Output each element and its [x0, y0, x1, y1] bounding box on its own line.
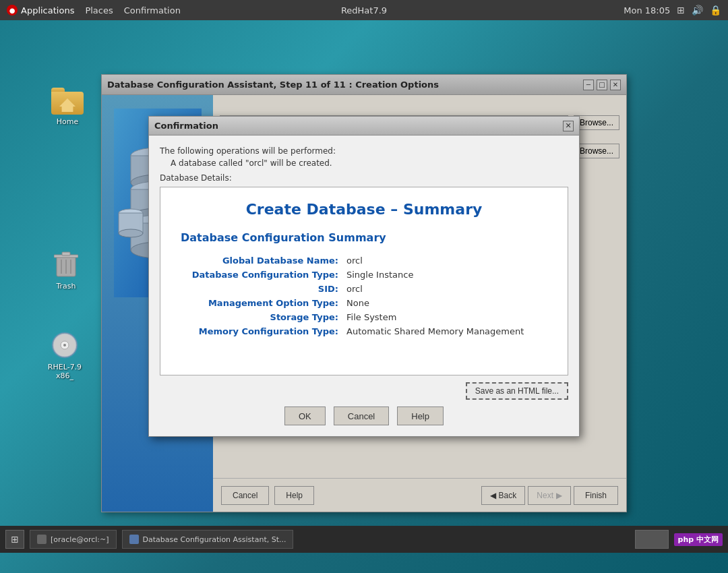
summary-table-row: SID:orcl	[181, 282, 547, 296]
lock-icon[interactable]: 🔒	[710, 5, 721, 16]
modal-action-row: OK Cancel Help	[160, 406, 568, 425]
disc-graphic	[50, 330, 80, 360]
menubar-title: RedHat7.9	[341, 5, 387, 16]
summary-field-value: File System	[342, 310, 547, 324]
home-folder-icon[interactable]: Home	[40, 88, 94, 126]
taskbar-preview[interactable]	[635, 530, 669, 549]
trash-graphic	[51, 249, 81, 279]
menubar-left: ● Applications Places Confirmation	[7, 5, 181, 16]
summary-field-value: Automatic Shared Memory Management	[342, 324, 547, 338]
modal-help-btn[interactable]: Help	[397, 406, 444, 425]
home-icon-label: Home	[57, 117, 78, 126]
summary-field-value: Single Instance	[342, 268, 547, 282]
summary-field-value: orcl	[342, 253, 547, 268]
trash-icon-label: Trash	[56, 282, 75, 291]
summary-field-label: Storage Type:	[181, 310, 342, 324]
taskbar-desktop-icon[interactable]: ⊞	[5, 530, 24, 549]
rhel-icon-label: RHEL-7.9x86_	[48, 363, 82, 380]
taskbar-dbca-item[interactable]: Database Configuration Assistant, St...	[122, 530, 294, 549]
rhel-disc-icon[interactable]: RHEL-7.9x86_	[38, 330, 92, 380]
desktop: Home Trash RHEL-7.9x86_	[0, 20, 728, 553]
dbca-icon	[129, 535, 139, 544]
places-menu[interactable]: Places	[85, 5, 113, 16]
summary-field-label: Memory Configuration Type:	[181, 324, 342, 338]
modal-intro-line2: A database called "orcl" will be created…	[171, 158, 568, 168]
php-badge[interactable]: php 中文网	[674, 533, 723, 546]
summary-table-row: Global Database Name:orcl	[181, 253, 547, 268]
summary-field-label: SID:	[181, 282, 342, 296]
summary-table-row: Memory Configuration Type:Automatic Shar…	[181, 324, 547, 338]
volume-icon[interactable]: 🔊	[692, 5, 703, 16]
summary-field-label: Database Configuration Type:	[181, 268, 342, 282]
confirmation-menu[interactable]: Confirmation	[124, 5, 181, 16]
summary-scroll-area[interactable]: Create Database – Summary Database Confi…	[160, 187, 568, 375]
menubar-right: Mon 18:05 ⊞ 🔊 🔒	[624, 5, 721, 16]
save-html-btn[interactable]: Save as an HTML file...	[466, 382, 568, 400]
modal-save-row: Save as an HTML file...	[160, 382, 568, 400]
modal-overlay: Confirmation ✕ The following operations …	[102, 75, 626, 512]
modal-titlebar: Confirmation ✕	[149, 117, 579, 135]
modal-ok-btn[interactable]: OK	[284, 406, 326, 425]
applications-menu[interactable]: ● Applications	[7, 5, 74, 16]
network-icon[interactable]: ⊞	[677, 5, 685, 16]
terminal-label: [oracle@orcl:~]	[51, 535, 109, 544]
modal-body: The following operations will be perform…	[149, 135, 579, 436]
menubar: ● Applications Places Confirmation RedHa…	[0, 0, 728, 20]
summary-field-label: Global Database Name:	[181, 253, 342, 268]
svg-rect-2	[62, 252, 70, 255]
datetime-display: Mon 18:05	[624, 5, 670, 16]
folder-graphic	[51, 88, 84, 115]
applications-label: Applications	[21, 5, 74, 16]
summary-table-row: Database Configuration Type:Single Insta…	[181, 268, 547, 282]
modal-intro-line1: The following operations will be perform…	[160, 146, 568, 156]
outer-window: Database Configuration Assistant, Step 1…	[101, 74, 627, 512]
summary-main-title: Create Database – Summary	[181, 201, 547, 218]
terminal-icon	[37, 535, 47, 544]
summary-table: Global Database Name:orclDatabase Config…	[181, 253, 547, 338]
confirmation-dialog: Confirmation ✕ The following operations …	[148, 116, 580, 437]
taskbar-terminal-item[interactable]: [oracle@orcl:~]	[30, 530, 117, 549]
modal-title: Confirmation	[154, 121, 218, 131]
summary-section-title: Database Configuration Summary	[181, 231, 547, 244]
summary-table-row: Management Option Type:None	[181, 296, 547, 310]
redhat-icon: ●	[7, 5, 18, 16]
modal-details-label: Database Details:	[160, 173, 568, 183]
dbca-label: Database Configuration Assistant, St...	[143, 535, 286, 544]
taskbar-right: php 中文网	[635, 530, 723, 549]
summary-table-row: Storage Type:File System	[181, 310, 547, 324]
modal-close-btn[interactable]: ✕	[563, 121, 574, 131]
taskbar: ⊞ [oracle@orcl:~] Database Configuration…	[0, 526, 728, 553]
svg-point-8	[63, 344, 66, 346]
summary-field-value: None	[342, 296, 547, 310]
summary-field-value: orcl	[342, 282, 547, 296]
summary-field-label: Management Option Type:	[181, 296, 342, 310]
summary-content: Create Database – Summary Database Confi…	[160, 187, 568, 352]
trash-icon[interactable]: Trash	[39, 249, 93, 291]
modal-cancel-btn[interactable]: Cancel	[334, 406, 389, 425]
